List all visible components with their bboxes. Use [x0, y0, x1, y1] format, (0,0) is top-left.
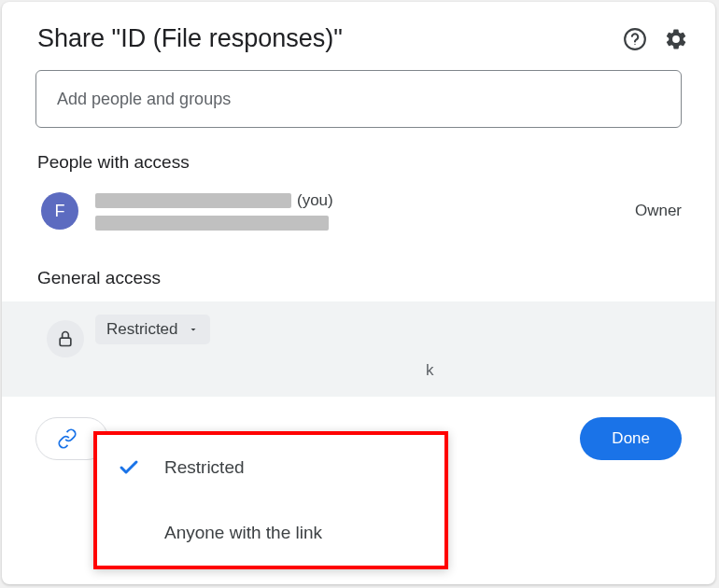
link-icon — [57, 428, 78, 449]
people-section-title: People with access — [37, 152, 715, 173]
svg-point-1 — [634, 43, 635, 44]
dialog-title: Share "ID (File responses)" — [37, 24, 622, 53]
lock-icon — [47, 320, 84, 357]
access-control: Restricted k — [95, 315, 682, 380]
add-people-placeholder: Add people and groups — [57, 90, 231, 109]
menu-item-label: Anyone with the link — [164, 523, 322, 543]
menu-item-restricted[interactable]: Restricted — [97, 435, 444, 500]
redacted-name — [95, 193, 291, 208]
share-dialog: Share "ID (File responses)" Add people a… — [2, 2, 715, 584]
help-icon[interactable] — [622, 26, 648, 52]
add-people-input[interactable]: Add people and groups — [35, 70, 682, 128]
menu-item-label: Restricted — [164, 457, 245, 478]
avatar: F — [41, 192, 78, 230]
person-row: F (you) Owner — [2, 186, 715, 236]
svg-rect-2 — [60, 338, 71, 345]
person-name-line: (you) — [95, 191, 635, 210]
done-button[interactable]: Done — [580, 417, 682, 460]
general-section-title: General access — [37, 268, 715, 288]
svg-point-0 — [625, 29, 645, 49]
access-dropdown-menu: Restricted Anyone with the link — [93, 431, 448, 569]
menu-item-anyone[interactable]: Anyone with the link — [97, 500, 444, 566]
dialog-header: Share "ID (File responses)" — [2, 2, 715, 70]
check-icon — [118, 456, 151, 479]
chevron-down-icon — [188, 324, 199, 335]
general-access-section: General access Restricted k — [2, 268, 715, 397]
header-actions — [622, 26, 689, 52]
you-suffix: (you) — [297, 191, 333, 210]
access-dropdown-button[interactable]: Restricted — [95, 315, 210, 344]
access-description-fragment: k — [426, 361, 715, 380]
person-info: (you) — [95, 191, 635, 231]
person-role: Owner — [635, 202, 682, 220]
redacted-email — [95, 216, 329, 231]
general-access-row: Restricted k — [2, 301, 715, 397]
settings-icon[interactable] — [663, 26, 689, 52]
access-dropdown-label: Restricted — [106, 320, 178, 339]
